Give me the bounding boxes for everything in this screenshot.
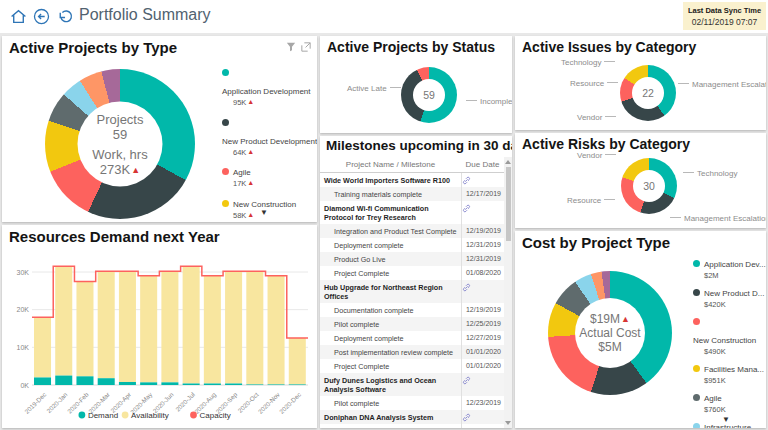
- table-row[interactable]: Diamond Wi-fi Communication Protocol for…: [320, 201, 504, 224]
- demand-bar[interactable]: [140, 382, 157, 385]
- table-scrollbar[interactable]: [504, 157, 512, 428]
- legend-dot-icon[interactable]: [190, 412, 197, 419]
- table-row[interactable]: Project Complete01/01/2020: [320, 359, 504, 373]
- table-row[interactable]: Deployment complete12/31/2019: [320, 238, 504, 252]
- demand-bar[interactable]: [268, 384, 285, 385]
- availability-bar[interactable]: [204, 276, 221, 384]
- due-date-cell: 01/01/2020: [461, 345, 504, 359]
- demand-bar[interactable]: [55, 376, 72, 385]
- link-icon: [462, 413, 471, 422]
- availability-bar[interactable]: [119, 271, 136, 382]
- legend-dot-icon[interactable]: [79, 412, 86, 419]
- demand-bar[interactable]: [161, 382, 178, 385]
- availability-bar[interactable]: [225, 271, 242, 383]
- center-count: 59: [113, 126, 127, 141]
- project-link-cell[interactable]: [461, 280, 504, 303]
- demand-bar[interactable]: [183, 383, 200, 385]
- legend-dot-icon[interactable]: [122, 412, 129, 419]
- table-header: Project Name / Milestone Due Date: [320, 157, 504, 173]
- demand-bar[interactable]: [98, 378, 115, 385]
- table-row[interactable]: Wide World Importers Software R100: [320, 173, 504, 187]
- availability-bar[interactable]: [140, 276, 157, 383]
- demand-bar[interactable]: [204, 383, 221, 385]
- legend-item[interactable]: New Construction$490K: [693, 311, 766, 356]
- legend-item[interactable]: Application Development95K▲: [222, 62, 317, 107]
- legend-label[interactable]: Availability: [131, 411, 169, 420]
- availability-bar[interactable]: [183, 266, 200, 383]
- project-link-cell[interactable]: [461, 373, 504, 396]
- table-row[interactable]: Pilot complete12/23/2019: [320, 396, 504, 410]
- availability-bar[interactable]: [98, 271, 115, 378]
- demand-bar[interactable]: [119, 382, 136, 385]
- scrollbar-thumb[interactable]: [506, 167, 511, 241]
- legend-item[interactable]: Facilities Mana...$951K: [693, 358, 766, 385]
- callout-resource: Resource: [570, 79, 621, 88]
- table-row[interactable]: Post implementation review complete01/01…: [320, 345, 504, 359]
- undo-icon[interactable]: [56, 8, 73, 25]
- legend-item[interactable]: New Product D...$420K: [693, 282, 766, 309]
- table-row[interactable]: Product Go Live12/31/2019: [320, 252, 504, 266]
- availability-bar[interactable]: [289, 338, 306, 385]
- table-row[interactable]: Pilot complete12/25/2019: [320, 317, 504, 331]
- due-date-cell: 01/08/2020: [461, 266, 504, 280]
- availability-bar[interactable]: [76, 281, 93, 376]
- resources-chart[interactable]: 0K10K20K30K2019-Dec2020-Jan2020-Feb2020-…: [4, 245, 315, 426]
- legend-scroll-down-icon[interactable]: ▼: [722, 415, 730, 424]
- legend-dot-icon: [222, 200, 229, 207]
- demand-bar[interactable]: [289, 384, 306, 385]
- table-row[interactable]: Deployment complete12/27/2019: [320, 331, 504, 345]
- demand-bar[interactable]: [76, 376, 93, 385]
- legend-scroll-down-icon[interactable]: ▼: [260, 208, 268, 217]
- panel-cost-by-type: Cost by Project Type $19M▲ Actual Cost $…: [515, 231, 766, 428]
- availability-bar[interactable]: [246, 271, 263, 384]
- risks-donut[interactable]: 30: [621, 158, 677, 214]
- y-axis-tick: 10K: [17, 344, 30, 351]
- legend-label[interactable]: Capacity: [200, 411, 231, 420]
- legend-label: Facilities Mana...: [704, 365, 764, 374]
- table-row[interactable]: Hub Upgrade for Northeast Region Offices: [320, 280, 504, 303]
- filter-icon[interactable]: [286, 42, 296, 52]
- project-link-cell[interactable]: [461, 173, 504, 187]
- popout-icon[interactable]: [301, 42, 311, 52]
- back-icon[interactable]: [33, 8, 50, 25]
- top-navigation-bar: Portfolio Summary Last Data Sync Time 02…: [0, 0, 768, 33]
- center-label: Actual Cost: [579, 326, 640, 340]
- availability-bar[interactable]: [55, 266, 72, 375]
- table-row[interactable]: Development complete12/26/2019: [320, 424, 504, 428]
- milestone-name-cell: Development complete: [320, 424, 461, 428]
- panel-title: Active Risks by Category: [522, 136, 690, 152]
- table-row[interactable]: Project Complete01/08/2020: [320, 266, 504, 280]
- legend-value: $420K: [704, 300, 766, 309]
- table-row[interactable]: Documentation complete12/19/2019: [320, 303, 504, 317]
- demand-bar[interactable]: [225, 383, 242, 385]
- legend-item[interactable]: New Product Development64K▲: [222, 112, 317, 157]
- table-row[interactable]: Doniphan DNA Analysis System: [320, 410, 504, 424]
- home-icon[interactable]: [10, 8, 27, 25]
- scrollbar-down-arrow[interactable]: [505, 421, 511, 425]
- projects-by-type-donut[interactable]: Projects 59 Work, hrs 273K▲: [45, 69, 195, 219]
- table-row[interactable]: Training materials complete12/17/2019: [320, 187, 504, 201]
- legend-item[interactable]: Agile17K▲: [222, 161, 317, 188]
- projects-by-status-donut[interactable]: 59: [401, 67, 457, 123]
- availability-bar[interactable]: [268, 276, 285, 385]
- scrollbar-up-arrow[interactable]: [505, 160, 511, 164]
- project-name-cell: Doniphan DNA Analysis System: [320, 410, 461, 424]
- project-link-cell[interactable]: [461, 201, 504, 224]
- legend-item[interactable]: Application Dev...$2M: [693, 253, 766, 280]
- availability-bar[interactable]: [161, 271, 178, 382]
- trend-up-icon: ▲: [247, 179, 254, 186]
- table-row[interactable]: Dufy Dunes Logistics and Ocean Analysis …: [320, 373, 504, 396]
- legend-dot-icon: [693, 423, 700, 428]
- legend-item[interactable]: New Construction58K▲: [222, 193, 317, 220]
- demand-bar[interactable]: [246, 384, 263, 385]
- demand-bar[interactable]: [34, 377, 51, 385]
- legend-dot-icon: [693, 365, 700, 372]
- legend-label[interactable]: Demand: [88, 411, 118, 420]
- table-row[interactable]: Integration and Product Test Complete12/…: [320, 224, 504, 238]
- project-link-cell[interactable]: [461, 410, 504, 424]
- availability-bar[interactable]: [34, 317, 51, 377]
- cost-donut[interactable]: $19M▲ Actual Cost $5M: [548, 271, 672, 395]
- issues-donut[interactable]: 22: [620, 65, 676, 121]
- y-axis-tick: 30K: [17, 269, 30, 276]
- legend-item[interactable]: Agile$760K: [693, 387, 766, 414]
